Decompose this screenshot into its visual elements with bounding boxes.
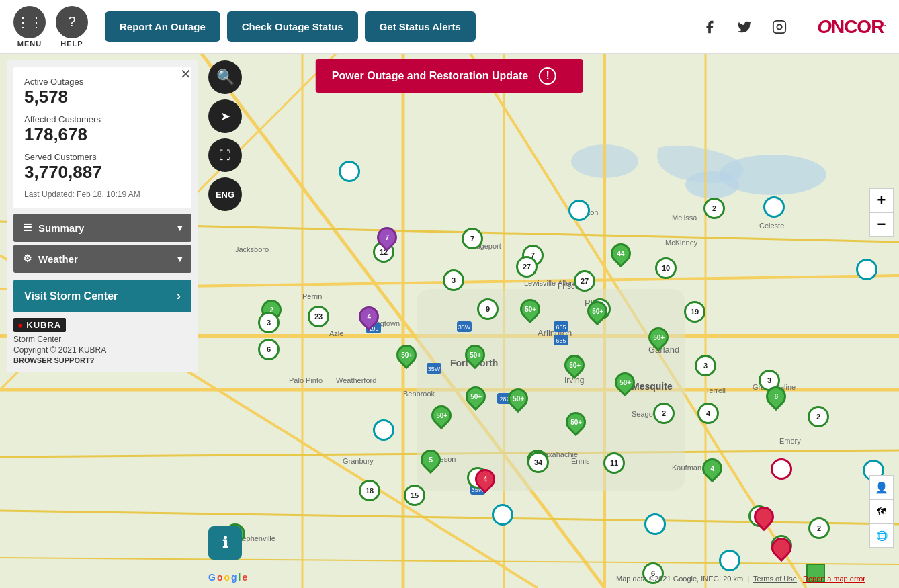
marker-1[interactable] (337, 159, 361, 183)
marker-46[interactable] (769, 457, 794, 481)
marker-19[interactable]: 23 (306, 304, 331, 329)
zoom-in-button[interactable]: + (869, 188, 894, 212)
served-customers-label: Served Customers (24, 152, 181, 162)
marker-12[interactable]: 3 (441, 268, 466, 292)
marker-51[interactable] (752, 503, 776, 530)
map-type-controls: 👤 🗺 🌐 (869, 475, 894, 548)
marker-36[interactable]: 50+ (564, 409, 588, 435)
marker-35[interactable]: 2 (806, 405, 830, 429)
marker-33[interactable]: 2 (652, 401, 676, 425)
terms-link[interactable]: Terms of Use (753, 575, 797, 583)
map-fullscreen-button[interactable]: ⛶ (208, 138, 242, 172)
google-brand: Google (208, 572, 247, 583)
marker-61[interactable] (567, 198, 591, 222)
marker-18[interactable]: 4 (357, 303, 381, 330)
marker-38[interactable] (372, 418, 396, 442)
marker-2[interactable]: 2 (702, 196, 726, 220)
twitter-icon[interactable] (734, 16, 755, 38)
marker-15[interactable]: 50+ (585, 298, 609, 325)
marker-23[interactable]: 50+ (646, 324, 671, 351)
marker-56[interactable] (769, 534, 794, 561)
marker-30[interactable]: 50+ (613, 369, 637, 396)
marker-13[interactable]: 19 (683, 300, 707, 324)
marker-16[interactable]: 50+ (518, 296, 542, 323)
visit-storm-button[interactable]: Visit Storm Center › (13, 280, 191, 312)
marker-43[interactable]: 34 (526, 450, 550, 474)
marker-41[interactable]: 4 (473, 466, 497, 493)
marker-54[interactable] (643, 512, 667, 536)
instagram-icon[interactable] (769, 16, 790, 38)
marker-27[interactable]: 3 (693, 353, 718, 378)
marker-32[interactable]: 50+ (506, 385, 530, 412)
svg-text:Terrell: Terrell (705, 386, 726, 394)
active-outages-label: Active Outages (24, 77, 181, 87)
map-location-button[interactable]: ➤ (208, 99, 242, 133)
marker-45[interactable]: 4 (700, 455, 724, 482)
help-button[interactable]: ? HELP (56, 6, 88, 48)
globe-button[interactable]: 🌐 (869, 523, 894, 548)
menu-button[interactable]: ⋮⋮ MENU (13, 6, 46, 48)
marker-47[interactable]: 18 (357, 478, 382, 503)
map-info-button[interactable]: ℹ (208, 526, 242, 560)
marker-17[interactable]: 9 (476, 297, 500, 321)
weather-label: Weather (38, 253, 78, 265)
sidebar-close-button[interactable]: ✕ (180, 66, 191, 82)
zoom-out-button[interactable]: − (869, 212, 894, 237)
weather-button[interactable]: ⚙ Weather ▾ (13, 245, 191, 273)
marker-26[interactable]: 50+ (394, 341, 419, 368)
marker-25[interactable]: 50+ (463, 341, 487, 368)
facebook-icon[interactable] (699, 16, 720, 38)
marker-34[interactable]: 4 (696, 401, 720, 425)
marker-39[interactable]: 5 (419, 446, 443, 473)
get-alerts-button[interactable]: Get Status Alerts (365, 11, 476, 42)
svg-text:Weatherford: Weatherford (336, 376, 376, 384)
marker-52[interactable]: 2 (807, 516, 831, 540)
summary-button[interactable]: ☰ Summary ▾ (13, 214, 191, 242)
marker-3[interactable] (762, 195, 786, 219)
satellite-button[interactable]: 🗺 (869, 499, 894, 523)
language-label: ENG (216, 190, 234, 200)
storm-center-text: Storm Center (13, 335, 191, 344)
weather-icon: ⚙ (23, 253, 32, 265)
marker-4[interactable]: 44 (609, 240, 633, 267)
language-button[interactable]: ENG (208, 177, 242, 211)
marker-31[interactable]: 50+ (464, 383, 488, 410)
marker-58[interactable] (718, 548, 742, 573)
marker-22[interactable]: 6 (257, 337, 281, 362)
svg-text:Ennis: Ennis (571, 457, 590, 465)
map-search-button[interactable]: 🔍 (208, 60, 242, 94)
marker-6[interactable]: 7 (460, 226, 484, 251)
copyright-text: Copyright © 2021 KUBRA (13, 345, 191, 355)
svg-text:35W: 35W (458, 324, 471, 331)
marker-44[interactable]: 11 (602, 451, 626, 475)
help-icon: ? (56, 6, 88, 38)
svg-text:Palo Pinto: Palo Pinto (289, 376, 323, 384)
marker-21[interactable]: 3 (257, 310, 281, 335)
kubra-branding: ■ KUBRA (13, 318, 191, 332)
marker-29[interactable]: 8 (764, 383, 788, 410)
marker-10[interactable]: 27 (572, 269, 597, 293)
kubra-logo: ■ KUBRA (13, 318, 66, 332)
report-outage-button[interactable]: Report An Outage (105, 11, 220, 42)
marker-9[interactable]: 10 (654, 256, 678, 280)
alert-banner[interactable]: Power Outage and Restoration Update ! (316, 59, 583, 93)
marker-49[interactable] (490, 503, 515, 527)
marker-37[interactable]: 50+ (429, 402, 454, 429)
marker-48[interactable]: 15 (402, 483, 427, 507)
stats-box: Active Outages 5,578 Affected Customers … (13, 67, 191, 208)
zoom-controls: + − (869, 188, 894, 237)
marker-62[interactable] (855, 257, 879, 282)
report-error-link[interactable]: Report a map error (803, 575, 865, 583)
last-updated: Last Updated: Feb 18, 10:19 AM (24, 190, 181, 199)
marker-24[interactable]: 50+ (562, 351, 587, 378)
search-icon: 🔍 (216, 69, 234, 86)
marker-11[interactable]: 27 (515, 255, 539, 279)
map-container[interactable]: Fort Worth Arlington Plano Frisco Garlan… (0, 54, 899, 588)
active-outages-stat: Active Outages 5,578 (24, 77, 181, 108)
check-outage-button[interactable]: Check Outage Status (227, 11, 358, 42)
street-view-button[interactable]: 👤 (869, 475, 894, 499)
svg-text:35W: 35W (428, 366, 441, 372)
menu-label: MENU (17, 40, 42, 48)
browser-support-link[interactable]: BROWSER SUPPORT? (13, 356, 191, 364)
marker-8[interactable]: 7 (375, 224, 399, 251)
